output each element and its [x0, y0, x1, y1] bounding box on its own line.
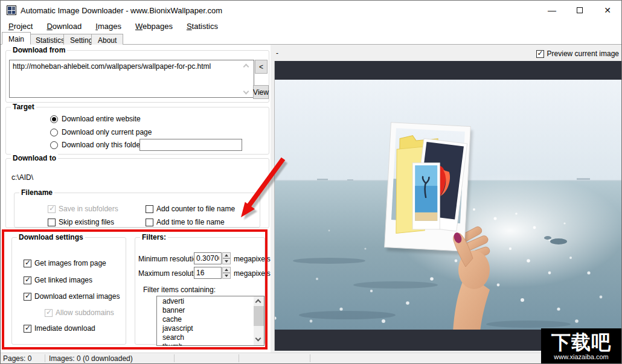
- maximize-button[interactable]: [566, 1, 594, 20]
- checkbox-icon: [536, 50, 544, 58]
- list-item[interactable]: javascript: [157, 324, 254, 333]
- filter-items-label: Filter items containing:: [143, 286, 216, 294]
- checkbox-icon: [24, 293, 31, 301]
- preview-header: - Preview current image: [274, 46, 622, 61]
- checkbox-icon: [45, 309, 53, 317]
- scroll-up-icon[interactable]: [256, 298, 262, 304]
- checkbox-icon: [24, 325, 31, 333]
- app-window: Automatic Image Downloader - www.BionixW…: [0, 0, 622, 364]
- checkbox-get-linked-images[interactable]: Get linked images: [24, 276, 92, 284]
- checkbox-add-counter[interactable]: Add counter to file name: [146, 205, 235, 213]
- status-separator: [45, 354, 45, 362]
- checkbox-icon: [146, 205, 153, 213]
- min-resolution-spinner[interactable]: [222, 252, 231, 264]
- group-download-to-title: Download to: [11, 154, 58, 162]
- checkbox-icon: [24, 276, 31, 284]
- checkbox-get-images-from-page[interactable]: Get images from page: [24, 259, 106, 267]
- checkbox-allow-subdomains[interactable]: Allow subdomains: [45, 308, 114, 317]
- radio-entire-website[interactable]: Download entire website: [50, 115, 141, 123]
- group-target-title: Target: [11, 103, 36, 111]
- list-item[interactable]: thumb: [157, 342, 254, 346]
- watermark: 下载吧 www.xiazaiba.com: [541, 328, 621, 363]
- list-item[interactable]: cache: [157, 315, 254, 324]
- checkbox-save-in-subfolders[interactable]: Save in subfolders: [48, 205, 118, 213]
- checkbox-icon: [48, 219, 56, 226]
- checkbox-skip-existing[interactable]: Skip existing files: [48, 218, 114, 226]
- group-filters-title: Filters:: [140, 233, 168, 241]
- scrollbar-thumb[interactable]: [254, 306, 264, 326]
- url-scroll-down-icon[interactable]: [244, 89, 250, 95]
- list-item[interactable]: banner: [157, 306, 254, 315]
- minimize-button[interactable]: —: [538, 1, 566, 20]
- list-item[interactable]: search: [157, 333, 254, 342]
- url-input[interactable]: http://moheban-ahlebeit.com/wallpapers/w…: [9, 60, 254, 98]
- filter-items-listbox[interactable]: adverti banner cache javascript search t…: [156, 296, 265, 346]
- tab-bar: Main Statistics Settings About: [1, 33, 621, 45]
- checkbox-icon: [48, 205, 56, 213]
- status-separator: [310, 354, 310, 362]
- preview-status-text: -: [276, 49, 278, 57]
- menu-project[interactable]: Project: [4, 21, 37, 32]
- spin-down-icon[interactable]: [222, 258, 231, 264]
- window-title: Automatic Image Downloader - www.BionixW…: [21, 6, 222, 15]
- min-resolution-unit: megapixels: [234, 255, 271, 263]
- preview-image: [275, 80, 622, 330]
- group-filename-title: Filename: [19, 188, 54, 197]
- menu-statistics[interactable]: Statistics: [182, 21, 222, 32]
- spin-down-icon[interactable]: [222, 273, 231, 279]
- checkbox-download-external-images[interactable]: Download external images: [24, 292, 120, 301]
- menu-download[interactable]: Download: [42, 21, 86, 32]
- group-download-settings-title: Download settings: [17, 233, 85, 241]
- max-resolution-spinner[interactable]: [222, 267, 231, 279]
- preview-image-area: [274, 61, 621, 351]
- checkbox-icon: [146, 219, 153, 226]
- app-icon: [7, 5, 16, 15]
- status-separator: [239, 354, 239, 362]
- maximize-icon: [577, 7, 583, 13]
- list-item[interactable]: adverti: [157, 297, 254, 306]
- menu-webpages[interactable]: Webpages: [131, 21, 177, 32]
- view-button[interactable]: View: [253, 85, 269, 99]
- checkbox-add-time[interactable]: Add time to file name: [146, 218, 225, 226]
- preview-panel: - Preview current image: [274, 45, 622, 354]
- radio-current-page[interactable]: Download only current page: [50, 128, 152, 136]
- watermark-url: www.xiazaiba.com: [554, 353, 608, 360]
- url-scroll-up-icon[interactable]: [244, 62, 250, 68]
- max-resolution-unit: megapixels: [234, 269, 271, 278]
- status-separator: [174, 354, 175, 362]
- scroll-down-icon[interactable]: [256, 336, 262, 342]
- listbox-scrollbar[interactable]: [254, 296, 264, 345]
- preview-photo-svg: [275, 80, 622, 330]
- title-bar: Automatic Image Downloader - www.BionixW…: [1, 1, 621, 20]
- group-download-from-title: Download from: [11, 46, 67, 54]
- tab-main[interactable]: Main: [2, 32, 31, 45]
- max-resolution-input[interactable]: [194, 267, 222, 279]
- radio-icon: [50, 115, 58, 123]
- checkbox-icon: [24, 260, 31, 267]
- status-images: Images: 0 (0 downloaded): [49, 354, 133, 363]
- tab-about[interactable]: About: [91, 34, 123, 45]
- menu-images[interactable]: Images: [91, 21, 126, 32]
- min-resolution-input[interactable]: [194, 252, 222, 264]
- filter-items-list: adverti banner cache javascript search t…: [157, 297, 254, 346]
- radio-this-folder[interactable]: Download only this folder: [50, 141, 143, 149]
- beach-photo: [412, 163, 440, 229]
- checkbox-preview-current-image[interactable]: Preview current image: [536, 49, 619, 58]
- download-path: c:\AID\: [11, 173, 33, 182]
- status-pages: Pages: 0: [3, 354, 31, 363]
- previous-url-button[interactable]: <: [255, 60, 268, 74]
- folder-input[interactable]: [139, 139, 242, 151]
- spin-up-icon[interactable]: [222, 267, 231, 273]
- close-button[interactable]: ✕: [594, 1, 621, 20]
- status-bar: Pages: 0 Images: 0 (0 downloaded): [1, 353, 621, 363]
- menu-bar: Project Download Images Webpages Statist…: [1, 20, 621, 33]
- radio-icon: [50, 129, 58, 136]
- checkbox-imediate-download[interactable]: Imediate download: [24, 324, 95, 333]
- watermark-text: 下载吧: [551, 332, 611, 353]
- spin-up-icon[interactable]: [222, 252, 231, 258]
- radio-icon: [50, 141, 58, 149]
